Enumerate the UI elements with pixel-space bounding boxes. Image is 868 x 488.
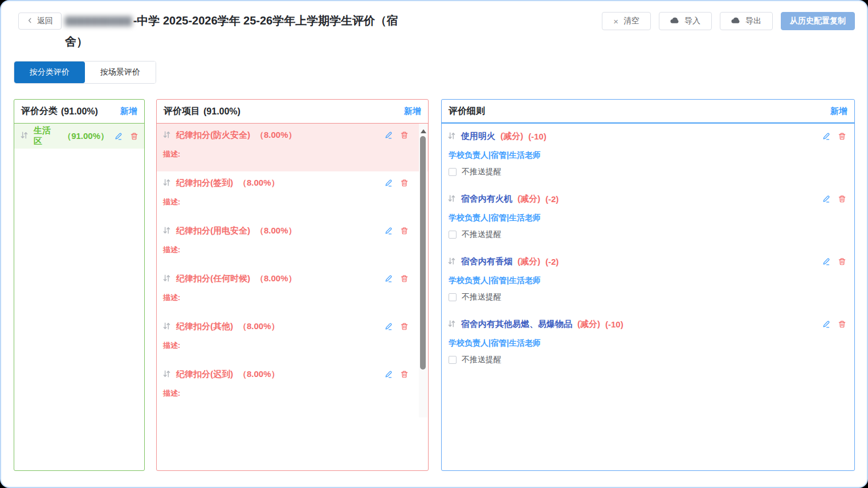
- project-percent: （8.00%）: [255, 273, 297, 284]
- edit-icon[interactable]: [822, 320, 830, 329]
- rules-panel-header: 评价细则 新增: [442, 100, 854, 124]
- scrollbar[interactable]: [419, 124, 427, 417]
- sort-handle-icon[interactable]: [20, 131, 28, 141]
- rule-type: (减分): [517, 194, 540, 204]
- project-list-item[interactable]: 纪律扣分(迟到) （8.00%） 描述:: [157, 363, 428, 411]
- project-list-item[interactable]: 纪律扣分(防火安全) （8.00%） 描述:: [157, 124, 428, 171]
- project-percent: （8.00%）: [238, 369, 280, 380]
- project-panel-header: 评价项目 (91.00%) 新增: [157, 100, 428, 124]
- project-percent: （8.00%）: [255, 225, 297, 236]
- delete-icon[interactable]: [838, 257, 846, 266]
- import-button[interactable]: 导入: [659, 12, 712, 30]
- import-label: 导入: [684, 16, 700, 26]
- rule-score: (-10): [528, 132, 547, 141]
- edit-icon[interactable]: [384, 227, 393, 235]
- edit-icon[interactable]: [384, 179, 393, 187]
- delete-icon[interactable]: [400, 131, 409, 140]
- delete-icon[interactable]: [400, 227, 409, 235]
- rule-type: (减分): [517, 256, 540, 267]
- edit-icon[interactable]: [384, 322, 393, 331]
- copy-from-history-button[interactable]: 从历史配置复制: [781, 12, 855, 30]
- close-icon: ×: [613, 17, 618, 26]
- project-desc-label: 描述:: [163, 149, 409, 159]
- clear-button[interactable]: × 清空: [602, 12, 651, 30]
- scrollbar-up-arrow-icon[interactable]: [421, 126, 426, 133]
- no-push-reminder-checkbox[interactable]: [449, 168, 457, 176]
- delete-icon[interactable]: [400, 322, 409, 331]
- sort-handle-icon[interactable]: [447, 194, 456, 204]
- sort-handle-icon[interactable]: [162, 274, 171, 284]
- back-button[interactable]: 返回: [18, 13, 62, 30]
- rule-list-item[interactable]: 宿舍内有香烟 (减分) (-2) 学校负责人|宿管|生活老师 不推送提醒: [442, 249, 854, 311]
- edit-icon[interactable]: [822, 195, 830, 203]
- sort-handle-icon[interactable]: [447, 319, 456, 330]
- sort-handle-icon[interactable]: [162, 370, 171, 380]
- project-add-button[interactable]: 新增: [404, 106, 421, 117]
- rule-score: (-2): [545, 194, 559, 204]
- category-panel-title: 评价分类: [21, 105, 58, 117]
- rules-panel-title: 评价细则: [449, 105, 485, 117]
- rule-type: (减分): [500, 131, 523, 142]
- delete-icon[interactable]: [400, 179, 409, 187]
- category-add-button[interactable]: 新增: [120, 106, 137, 117]
- category-percent: （91.00%）: [63, 131, 109, 142]
- no-push-reminder-checkbox[interactable]: [449, 231, 457, 239]
- edit-icon[interactable]: [114, 132, 123, 141]
- sort-handle-icon[interactable]: [162, 226, 171, 236]
- project-list-item[interactable]: 纪律扣分(用电安全) （8.00%） 描述:: [157, 219, 428, 267]
- no-push-reminder-label: 不推送提醒: [462, 355, 502, 365]
- export-button[interactable]: 导出: [720, 12, 773, 30]
- category-name: 生活区: [34, 125, 58, 147]
- edit-icon[interactable]: [384, 131, 393, 140]
- project-list-item[interactable]: 纪律扣分(其他) （8.00%） 描述:: [157, 315, 428, 363]
- sort-handle-icon[interactable]: [162, 130, 171, 141]
- clear-label: 清空: [624, 16, 639, 26]
- project-list: 纪律扣分(防火安全) （8.00%） 描述: 纪律扣分(签到) （8.00%）: [157, 124, 428, 470]
- edit-icon[interactable]: [822, 132, 830, 141]
- edit-icon[interactable]: [822, 257, 830, 266]
- delete-icon[interactable]: [838, 132, 846, 141]
- no-push-reminder-checkbox[interactable]: [449, 293, 457, 301]
- no-push-reminder-label: 不推送提醒: [462, 229, 502, 240]
- category-panel-percent: (91.00%): [61, 106, 98, 117]
- delete-icon[interactable]: [400, 274, 409, 283]
- no-push-reminder-label: 不推送提醒: [462, 292, 502, 302]
- no-push-reminder-checkbox[interactable]: [449, 356, 457, 364]
- rule-list-item[interactable]: 宿舍内有其他易燃、易爆物品 (减分) (-10) 学校负责人|宿管|生活老师 不…: [442, 311, 854, 374]
- back-label: 返回: [37, 16, 53, 26]
- tab-by-category[interactable]: 按分类评价: [14, 61, 85, 83]
- sort-handle-icon[interactable]: [162, 178, 171, 188]
- tab-by-scene[interactable]: 按场景评价: [85, 61, 156, 83]
- category-list-item[interactable]: 生活区 （91.00%）: [14, 124, 144, 149]
- project-panel: 评价项目 (91.00%) 新增 纪律扣分(防火安全) （8.00%） 描述:: [156, 99, 429, 471]
- rule-roles: 学校负责人|宿管|生活老师: [449, 213, 846, 223]
- cloud-icon: [670, 17, 679, 26]
- delete-icon[interactable]: [400, 370, 409, 379]
- delete-icon[interactable]: [130, 132, 138, 141]
- edit-icon[interactable]: [384, 274, 393, 283]
- tab-by-category-label: 按分类评价: [30, 67, 70, 77]
- project-list-item[interactable]: 纪律扣分(签到) （8.00%） 描述:: [157, 171, 428, 219]
- rules-add-button[interactable]: 新增: [830, 106, 847, 117]
- sort-handle-icon[interactable]: [447, 257, 456, 267]
- project-percent: （8.00%）: [238, 321, 280, 332]
- rule-score: (-10): [605, 319, 624, 329]
- scrollbar-thumb[interactable]: [420, 136, 426, 370]
- project-name: 纪律扣分(用电安全): [176, 225, 250, 236]
- sort-handle-icon[interactable]: [162, 322, 171, 332]
- project-list-item[interactable]: 纪律扣分(任何时候) （8.00%） 描述:: [157, 267, 428, 315]
- rule-score: (-2): [545, 257, 559, 266]
- rules-panel: 评价细则 新增 使用明火 (减分) (-10) 学校负责人|宿管|生活老师 不推…: [441, 99, 855, 471]
- project-name: 纪律扣分(其他): [176, 321, 233, 332]
- project-name: 纪律扣分(迟到): [176, 369, 233, 380]
- project-name: 纪律扣分(签到): [176, 178, 233, 188]
- school-name-redacted: ▇▇▇▇▇▇▇▇▇: [65, 11, 132, 31]
- rule-list-item[interactable]: 使用明火 (减分) (-10) 学校负责人|宿管|生活老师 不推送提醒: [442, 124, 854, 186]
- sort-handle-icon[interactable]: [447, 132, 456, 142]
- project-desc-label: 描述:: [163, 341, 409, 351]
- edit-icon[interactable]: [384, 370, 393, 379]
- delete-icon[interactable]: [838, 195, 846, 203]
- rule-list-item[interactable]: 宿舍内有火机 (减分) (-2) 学校负责人|宿管|生活老师 不推送提醒: [442, 186, 854, 249]
- project-percent: （8.00%）: [238, 178, 280, 188]
- delete-icon[interactable]: [838, 320, 846, 329]
